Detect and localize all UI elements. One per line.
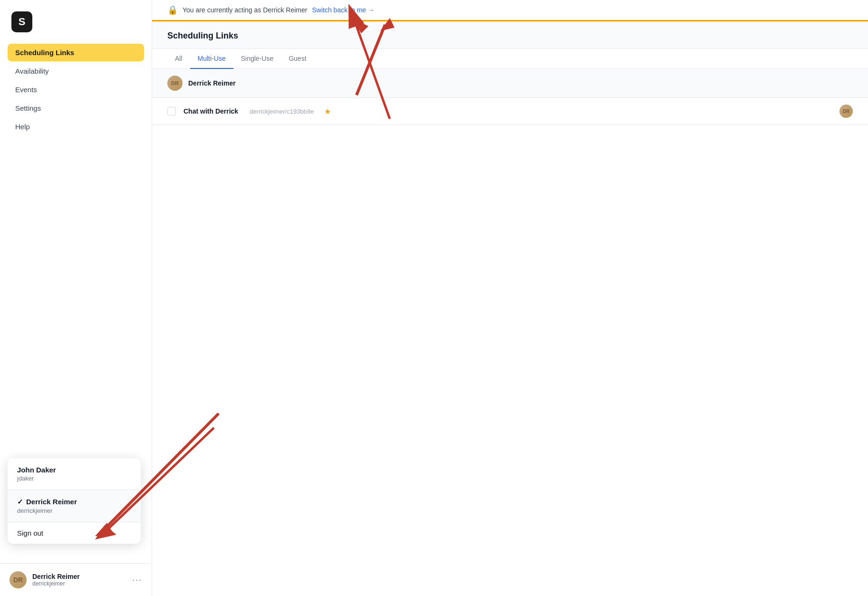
popup-account-handle-john: jdaker: [17, 475, 131, 482]
user-handle: derrickjeimer: [32, 580, 126, 587]
impersonation-banner: 🔒 You are currently acting as Derrick Re…: [152, 0, 868, 21]
page-title: Scheduling Links: [167, 31, 853, 41]
link-row: Chat with Derrick derrickjeimer/c193bb9e…: [152, 98, 868, 125]
user-info: Derrick Reimer derrickjeimer: [32, 573, 126, 587]
sidebar-item-scheduling-links[interactable]: Scheduling Links: [8, 44, 144, 61]
section-name: Derrick Reimer: [188, 79, 236, 87]
tab-single-use[interactable]: Single-Use: [233, 49, 281, 69]
popup-account-john[interactable]: John Daker jdaker: [8, 458, 141, 490]
main-content: 🔒 You are currently acting as Derrick Re…: [152, 0, 868, 596]
banner-message: You are currently acting as Derrick Reim…: [183, 6, 307, 14]
sidebar-item-settings[interactable]: Settings: [8, 99, 144, 117]
user-account-popup: John Daker jdaker ✓Derrick Reimer derric…: [8, 458, 141, 544]
section-avatar: DR: [167, 76, 183, 91]
link-checkbox[interactable]: [167, 107, 176, 115]
sidebar-item-help[interactable]: Help: [8, 118, 144, 135]
tab-all[interactable]: All: [167, 49, 190, 69]
app-logo[interactable]: S: [11, 11, 32, 32]
link-name: Chat with Derrick: [183, 107, 238, 115]
popup-account-name-john: John Daker: [17, 466, 131, 474]
sign-out-button[interactable]: Sign out: [8, 522, 141, 544]
tab-multi-use[interactable]: Multi-Use: [190, 49, 233, 69]
star-icon[interactable]: ★: [324, 107, 331, 116]
tab-guest[interactable]: Guest: [281, 49, 314, 69]
link-avatar: DR: [839, 105, 853, 118]
tabs-bar: All Multi-Use Single-Use Guest: [152, 49, 868, 69]
link-url: derrickjeimer/c193bb9e: [250, 108, 314, 115]
sidebar-item-availability[interactable]: Availability: [8, 62, 144, 80]
page-header: Scheduling Links: [152, 21, 868, 49]
more-options-icon[interactable]: ···: [132, 575, 142, 585]
section-header: DR Derrick Reimer: [152, 69, 868, 98]
switch-back-link[interactable]: Switch back to me →: [312, 6, 375, 14]
avatar: DR: [10, 571, 27, 588]
user-bar[interactable]: DR Derrick Reimer derrickjeimer ···: [0, 563, 152, 596]
user-name: Derrick Reimer: [32, 573, 126, 580]
lock-icon: 🔒: [167, 5, 178, 15]
content-area: DR Derrick Reimer Chat with Derrick derr…: [152, 69, 868, 596]
popup-account-derrick[interactable]: ✓Derrick Reimer derrickjeimer: [8, 490, 141, 522]
sidebar: S Scheduling Links Availability Events S…: [0, 0, 152, 596]
active-check-icon: ✓: [17, 498, 23, 506]
popup-account-name-derrick: ✓Derrick Reimer: [17, 498, 131, 506]
sidebar-item-events[interactable]: Events: [8, 81, 144, 98]
popup-account-handle-derrick: derrickjeimer: [17, 507, 131, 514]
